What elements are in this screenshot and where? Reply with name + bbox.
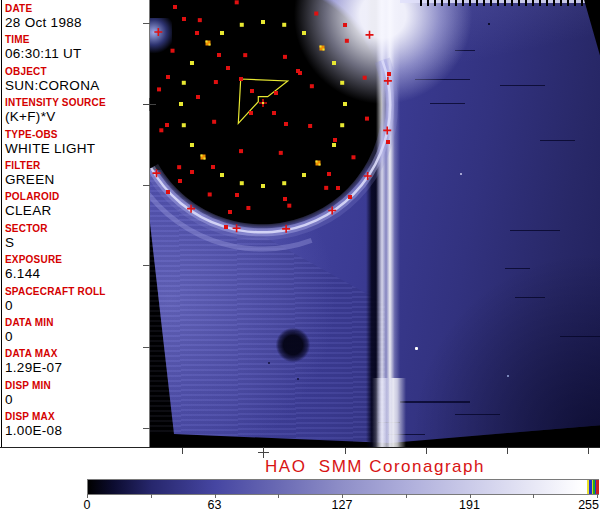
left-axis-tick <box>143 428 150 429</box>
red-fiducial-dot <box>386 140 390 144</box>
field-value: 0 <box>5 392 149 408</box>
left-axis-tick <box>143 265 150 266</box>
red-fiducial-dot <box>243 53 247 57</box>
metadata-field: DATA MAX1.29E-07 <box>5 347 149 376</box>
orange-checker-marker <box>206 41 208 43</box>
bottom-axis-tick <box>182 448 183 454</box>
field-label: DATA MIN <box>5 316 149 329</box>
red-fiducial-dot <box>283 197 287 201</box>
field-value: 28 Oct 1988 <box>5 15 149 31</box>
red-fiducial-dot <box>226 66 230 70</box>
bottom-axis-tick <box>507 448 508 454</box>
red-fiducial-dot <box>177 165 181 169</box>
red-fiducial-dot <box>195 31 199 35</box>
colorbar-tick <box>406 494 407 498</box>
metadata-field: DISP MAX1.00E-08 <box>5 410 149 439</box>
yellow-fiducial-dot <box>190 61 194 65</box>
field-value: (K+F)*V <box>5 109 149 125</box>
left-axis-plus <box>149 98 150 111</box>
metadata-field: INTENSITY SOURCE(K+F)*V <box>5 96 149 125</box>
field-value: 0 <box>5 298 149 314</box>
red-fiducial-dot <box>190 170 194 174</box>
field-label: OBJECT <box>5 65 149 78</box>
field-label: TYPE-OBS <box>5 128 149 141</box>
metadata-field: OBJECTSUN:CORONA <box>5 65 149 94</box>
field-value: SUN:CORONA <box>5 78 149 94</box>
colorbar-tick-label: 0 <box>72 498 102 512</box>
red-fiducial-dot <box>279 151 283 155</box>
colorbar-tick-label: 127 <box>327 498 357 512</box>
yellow-fiducial-dot <box>190 143 194 147</box>
bottom-axis-tick <box>345 448 346 454</box>
red-plus-marker <box>154 28 162 36</box>
field-label: FILTER <box>5 159 149 172</box>
yellow-fiducial-dot <box>343 102 347 106</box>
field-label: DATA MAX <box>5 347 149 360</box>
metadata-field: TYPE-OBSWHITE LIGHT <box>5 128 149 157</box>
orange-checker-marker <box>209 44 211 46</box>
red-fiducial-dot <box>178 179 182 183</box>
yellow-fiducial-dot <box>240 23 244 27</box>
red-fiducial-dot <box>287 204 291 208</box>
red-fiducial-dot <box>196 95 200 99</box>
red-fiducial-dot <box>283 55 287 59</box>
red-fiducial-dot <box>235 0 239 4</box>
field-value: GREEN <box>5 172 149 188</box>
red-fiducial-dot <box>351 155 355 159</box>
red-fiducial-dot <box>239 149 243 153</box>
red-fiducial-dot <box>214 80 218 84</box>
colorbar-tick <box>278 494 279 498</box>
red-fiducial-dot <box>182 17 186 21</box>
yellow-fiducial-dot <box>220 31 224 35</box>
red-fiducial-dot <box>173 5 177 9</box>
red-fiducial-dot <box>217 53 221 57</box>
orange-checker-marker <box>204 158 206 160</box>
yellow-fiducial-dot <box>261 20 265 24</box>
red-fiducial-dot <box>336 186 340 190</box>
red-fiducial-dot <box>387 72 391 76</box>
red-fiducial-dot <box>272 111 276 115</box>
bottom-axis-line <box>0 447 600 448</box>
yellow-fiducial-dot <box>340 81 344 85</box>
field-value: 06:30:11 UT <box>5 46 149 62</box>
colorbar-tick <box>151 494 152 498</box>
orange-checker-marker <box>319 164 321 166</box>
yellow-fiducial-dot <box>332 143 336 147</box>
red-fiducial-dot <box>250 89 254 93</box>
metadata-field: DISP MIN0 <box>5 379 149 408</box>
metadata-field: SECTORS <box>5 222 149 251</box>
yellow-fiducial-dot <box>282 181 286 185</box>
field-label: TIME <box>5 33 149 46</box>
field-value: 1.00E-08 <box>5 423 149 439</box>
orange-checker-marker <box>323 49 325 51</box>
red-fiducial-dot <box>296 69 300 73</box>
red-fiducial-dot <box>345 39 349 43</box>
red-fiducial-dot <box>314 12 318 16</box>
colorbar-tick-label: 63 <box>200 498 230 512</box>
field-label: DISP MIN <box>5 379 149 392</box>
image-title: HAO SMM Coronagraph <box>150 457 600 477</box>
red-fiducial-dot <box>308 124 312 128</box>
bottom-axis-tick <box>426 448 427 454</box>
red-fiducial-dot <box>157 87 161 91</box>
yellow-fiducial-dot <box>332 61 336 65</box>
red-fiducial-dot <box>235 193 239 197</box>
red-fiducial-dot <box>166 190 170 194</box>
red-fiducial-dot <box>310 84 314 88</box>
red-fiducial-dot <box>348 195 352 199</box>
orange-checker-marker <box>316 161 318 163</box>
orange-checker-marker <box>201 155 203 157</box>
metadata-field: DATE28 Oct 1988 <box>5 2 149 31</box>
metadata-field: FILTERGREEN <box>5 159 149 188</box>
red-fiducial-dot <box>224 225 228 229</box>
colorbar-tick-label: 255 <box>571 498 599 512</box>
yellow-fiducial-dot <box>220 173 224 177</box>
occulter-rim-arc <box>151 60 390 232</box>
bottom-axis-tick <box>588 448 589 454</box>
red-fiducial-dot <box>159 128 163 132</box>
metadata-field: TIME06:30:11 UT <box>5 33 149 62</box>
field-label: DISP MAX <box>5 410 149 423</box>
yellow-fiducial-dot <box>182 81 186 85</box>
red-fiducial-dot <box>198 18 202 22</box>
red-fiducial-dot <box>284 122 288 126</box>
